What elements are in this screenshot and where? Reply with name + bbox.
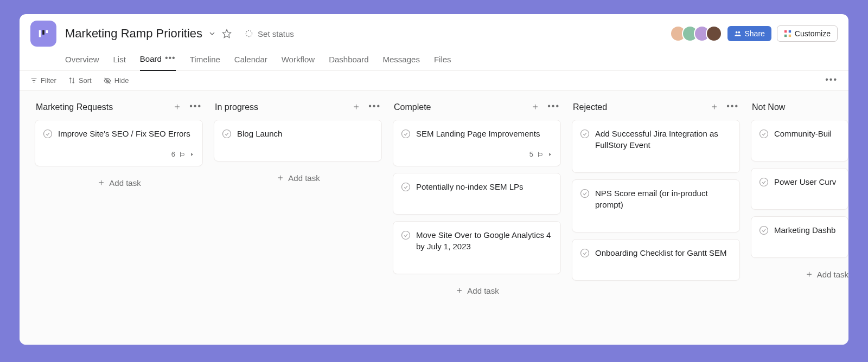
expand-icon[interactable] [189, 152, 195, 157]
task-card[interactable]: Onboarding Checklist for Gantt SEM [572, 239, 740, 281]
svg-point-18 [223, 130, 231, 138]
task-card[interactable]: Community-Buil [751, 120, 848, 161]
svg-rect-2 [46, 30, 48, 34]
column-header: Not Now [751, 100, 848, 120]
task-title: Marketing Dashb [774, 224, 835, 236]
complete-check-icon[interactable] [401, 129, 411, 139]
add-task-button[interactable]: ＋ Add task [751, 264, 848, 285]
column-title[interactable]: In progress [215, 102, 258, 112]
svg-rect-10 [789, 35, 791, 37]
subtasks-icon [537, 151, 544, 158]
svg-point-28 [760, 227, 768, 235]
tab-overview[interactable]: Overview [65, 50, 99, 70]
tab-list[interactable]: List [113, 50, 126, 70]
svg-point-19 [402, 130, 410, 138]
svg-point-21 [402, 183, 410, 191]
title-wrap: Marketing Ramp Priorities Set status [65, 27, 294, 41]
set-status-button[interactable]: Set status [245, 29, 294, 38]
member-avatars[interactable] [674, 25, 722, 42]
tab-workflow[interactable]: Workflow [282, 50, 315, 70]
filter-icon [30, 77, 37, 84]
hide-label: Hide [114, 76, 129, 85]
complete-check-icon[interactable] [401, 230, 411, 240]
customize-button[interactable]: Customize [777, 25, 838, 42]
add-task-button[interactable]: ＋ Add task [393, 281, 561, 301]
task-title: Improve Site's SEO / Fix SEO Errors [58, 128, 190, 139]
task-title: Onboarding Checklist for Gantt SEM [595, 247, 727, 258]
complete-check-icon[interactable] [43, 129, 53, 139]
tab-files[interactable]: Files [434, 50, 451, 70]
tab-calendar[interactable]: Calendar [234, 50, 267, 70]
task-card[interactable]: Power User Curv [751, 168, 848, 210]
task-title: Power User Curv [774, 176, 836, 188]
add-task-button[interactable]: ＋ Add task [214, 168, 382, 188]
app-window: Marketing Ramp Priorities Set status [20, 14, 848, 345]
add-task-label: Add task [467, 286, 499, 295]
header-top-row: Marketing Ramp Priorities Set status [30, 21, 838, 47]
task-card[interactable]: Move Site Over to Google Analytics 4 by … [393, 221, 561, 274]
tab-label: Calendar [234, 55, 267, 64]
filter-button[interactable]: Filter [30, 76, 56, 85]
svg-point-27 [760, 178, 768, 186]
share-button[interactable]: Share [727, 26, 771, 41]
column-not-now: Not Now Community-Buil Power User Curv [745, 100, 848, 345]
add-task-button[interactable]: ＋ Add task [35, 173, 203, 193]
tab-label: Board [140, 54, 162, 63]
column-rejected: Rejected ＋ ••• Add Successful Jira Integ… [566, 100, 745, 345]
hide-button[interactable]: Hide [104, 76, 129, 85]
svg-marker-3 [223, 30, 231, 38]
complete-check-icon[interactable] [759, 225, 769, 235]
task-card[interactable]: Add Successful Jira Integration as FullS… [572, 120, 740, 173]
task-card[interactable]: Potentially no-index SEM LPs [393, 173, 561, 215]
tab-board[interactable]: Board ••• [140, 50, 176, 71]
filter-label: Filter [41, 76, 56, 85]
project-header: Marketing Ramp Priorities Set status [20, 14, 848, 71]
sort-icon [68, 77, 75, 84]
tab-label: Timeline [190, 55, 220, 64]
svg-rect-9 [784, 35, 787, 37]
svg-point-23 [581, 130, 589, 138]
complete-check-icon[interactable] [401, 182, 411, 192]
task-card[interactable]: Improve Site's SEO / Fix SEO Errors 6 [35, 120, 203, 166]
sort-button[interactable]: Sort [68, 76, 92, 85]
avatar[interactable] [706, 25, 722, 42]
tab-dashboard[interactable]: Dashboard [329, 50, 368, 70]
chevron-down-icon[interactable] [208, 29, 216, 38]
star-icon[interactable] [222, 29, 232, 38]
complete-check-icon[interactable] [580, 129, 590, 139]
svg-point-22 [402, 231, 410, 240]
column-title[interactable]: Marketing Requests [36, 102, 113, 112]
column-header: In progress ＋ ••• [214, 100, 382, 120]
tab-label: List [113, 55, 126, 64]
column-header: Marketing Requests ＋ ••• [35, 100, 203, 120]
column-title[interactable]: Not Now [752, 102, 785, 112]
task-card[interactable]: SEM Landing Page Improvements 5 [393, 120, 561, 166]
column-title[interactable]: Rejected [573, 102, 607, 112]
column-marketing-requests: Marketing Requests ＋ ••• Improve Site's … [29, 100, 208, 345]
task-card[interactable]: Blog Launch [214, 120, 382, 161]
complete-check-icon[interactable] [759, 129, 769, 139]
task-title: Blog Launch [237, 128, 282, 139]
people-icon [734, 30, 742, 37]
complete-check-icon[interactable] [222, 129, 232, 139]
card-meta: 6 [43, 150, 195, 158]
complete-check-icon[interactable] [580, 189, 590, 198]
project-icon[interactable] [30, 21, 56, 47]
tab-timeline[interactable]: Timeline [190, 50, 220, 70]
task-card[interactable]: Marketing Dashb [751, 216, 848, 258]
tab-label: Files [434, 55, 451, 64]
expand-icon[interactable] [547, 152, 553, 157]
tab-label: Dashboard [329, 55, 368, 64]
svg-point-4 [246, 30, 252, 36]
svg-marker-17 [191, 153, 193, 156]
complete-check-icon[interactable] [759, 177, 769, 187]
task-title: Potentially no-index SEM LPs [416, 181, 524, 192]
project-title[interactable]: Marketing Ramp Priorities [65, 27, 202, 41]
task-title: SEM Landing Page Improvements [416, 128, 540, 139]
tab-label: Workflow [282, 55, 315, 64]
column-title[interactable]: Complete [394, 102, 431, 112]
task-card[interactable]: NPS Score email (or in-product prompt) [572, 179, 740, 232]
complete-check-icon[interactable] [580, 248, 590, 258]
tab-messages[interactable]: Messages [383, 50, 420, 70]
task-title: Move Site Over to Google Analytics 4 by … [416, 229, 553, 252]
